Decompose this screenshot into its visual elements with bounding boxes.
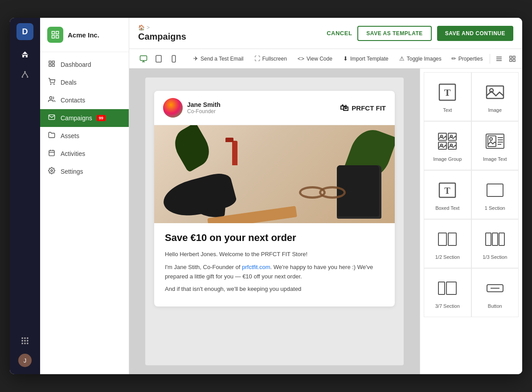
icon-nav-network[interactable] <box>16 66 33 83</box>
component-text[interactable]: T Text <box>424 72 471 121</box>
svg-rect-42 <box>513 56 516 58</box>
icon-nav-user-avatar[interactable]: J <box>16 352 33 369</box>
nav-label-dashboard: Dashboard <box>61 61 91 68</box>
properties-button[interactable]: ✏ Properties <box>447 49 487 69</box>
email-header-bar: Jane Smith Co-Founder 🛍 PRFCT FIT <box>154 91 395 125</box>
nav-item-dashboard[interactable]: Dashboard <box>40 56 129 74</box>
org-header[interactable]: Acme Inc. <box>40 18 129 52</box>
svg-rect-5 <box>22 338 23 339</box>
button-component-label: Button <box>488 303 502 309</box>
component-half-section[interactable]: 1/2 Section <box>424 219 471 268</box>
nav-label-settings: Settings <box>61 168 83 175</box>
svg-rect-26 <box>49 151 54 156</box>
svg-rect-20 <box>49 64 51 66</box>
svg-rect-72 <box>438 282 445 294</box>
component-third-section[interactable]: 1/3 Section <box>471 219 519 268</box>
svg-rect-12 <box>24 343 25 344</box>
svg-rect-31 <box>140 56 147 61</box>
lipstick-top <box>225 138 233 142</box>
email-para-2: I'm Jane Stith, Co-Founder of prfctfit.c… <box>165 263 384 282</box>
icon-nav-home[interactable] <box>16 46 33 63</box>
home-icon[interactable]: 🏠 <box>138 24 145 31</box>
component-image-group[interactable]: Image Group <box>424 121 471 170</box>
component-button[interactable]: Button <box>471 268 519 317</box>
boxed-text-component-label: Boxed Text <box>435 205 459 211</box>
desktop-view-button[interactable] <box>136 52 151 66</box>
nav-label-contacts: Contacts <box>61 97 85 104</box>
nav-item-settings[interactable]: Settings <box>40 163 129 180</box>
layout-buttons <box>493 53 519 65</box>
nav-label-campaigns: Campaigns <box>61 114 92 122</box>
send-test-button[interactable]: ✈ Send a Test Email <box>188 49 249 69</box>
icon-nav-grid[interactable] <box>16 332 33 349</box>
third-section-component-icon <box>483 228 507 251</box>
app-logo[interactable]: D <box>16 23 33 40</box>
nav-item-assets[interactable]: Assets <box>40 127 129 145</box>
email-sender: Jane Smith Co-Founder <box>163 98 221 118</box>
fullscreen-button[interactable]: ⛶ Fullscreen <box>249 49 292 69</box>
svg-point-22 <box>50 84 51 84</box>
image-component-icon <box>483 81 507 104</box>
nav-items: Dashboard Deals Contacts Campaigns 99 <box>40 52 129 374</box>
svg-point-24 <box>49 97 52 99</box>
view-code-button[interactable]: <> View Code <box>292 49 338 69</box>
svg-point-1 <box>22 76 23 78</box>
email-card: Jane Smith Co-Founder 🛍 PRFCT FIT <box>154 91 395 306</box>
nav-item-deals[interactable]: Deals <box>40 74 129 91</box>
toolbar-sep-right <box>490 54 490 64</box>
svg-rect-43 <box>510 59 512 61</box>
list-view-button[interactable] <box>493 53 505 65</box>
nav-item-activities[interactable]: Activities <box>40 145 129 163</box>
image-text-component-icon <box>483 130 507 153</box>
import-template-button[interactable]: ⬇ Import Template <box>338 49 394 69</box>
grid-view-button[interactable] <box>506 53 519 65</box>
svg-point-0 <box>24 71 25 73</box>
svg-rect-13 <box>27 343 28 344</box>
email-link[interactable]: prfctfit.com <box>242 264 270 270</box>
svg-rect-8 <box>22 340 23 341</box>
canvas-wrapper[interactable]: Jane Smith Co-Founder 🛍 PRFCT FIT <box>129 69 420 374</box>
toggle-images-button[interactable]: ⚠ Toggle Images <box>394 49 447 69</box>
svg-rect-21 <box>52 64 54 66</box>
glasses-decoration-2 <box>299 186 326 199</box>
svg-point-59 <box>490 138 492 140</box>
svg-text:T: T <box>444 87 451 98</box>
main-content: 🏠 > Campaigns CANCEL SAVE AS TEMPLATE SA… <box>129 18 522 374</box>
svg-rect-71 <box>499 233 504 245</box>
view-mode-buttons <box>136 52 181 66</box>
svg-point-23 <box>54 84 54 84</box>
sender-name: Jane Smith <box>187 101 221 108</box>
email-canvas: Jane Smith Co-Founder 🛍 PRFCT FIT <box>145 78 404 365</box>
nav-item-contacts[interactable]: Contacts <box>40 91 129 109</box>
component-3-7-section[interactable]: 3/7 Section <box>424 268 471 317</box>
one-section-component-icon <box>483 179 507 202</box>
org-name: Acme Inc. <box>68 31 99 39</box>
contacts-icon <box>47 96 56 105</box>
svg-rect-47 <box>487 86 503 98</box>
svg-rect-11 <box>22 343 23 344</box>
mobile-view-button[interactable] <box>167 52 181 66</box>
toggle-images-label: Toggle Images <box>407 56 442 62</box>
cancel-button[interactable]: CANCEL <box>327 30 352 37</box>
tablet-view-button[interactable] <box>151 52 166 66</box>
image-group-component-label: Image Group <box>433 156 462 162</box>
svg-rect-66 <box>487 184 503 196</box>
save-continue-button[interactable]: SAVE AND CONTINUE <box>437 26 513 41</box>
components-panel: T Text Image <box>420 69 522 374</box>
component-image[interactable]: Image <box>471 72 519 121</box>
component-1-section[interactable]: 1 Section <box>471 170 519 219</box>
component-image-text[interactable]: Image Text <box>471 121 519 170</box>
pen-icon: ✏ <box>451 55 456 62</box>
import-icon: ⬇ <box>343 55 348 62</box>
text-component-icon: T <box>436 81 459 104</box>
svg-rect-67 <box>438 233 446 245</box>
svg-text:T: T <box>445 186 451 196</box>
nav-label-activities: Activities <box>61 150 85 157</box>
component-boxed-text[interactable]: T Boxed Text <box>424 170 471 219</box>
half-section-component-label: 1/2 Section <box>435 254 460 260</box>
sender-avatar <box>163 98 183 118</box>
page-title: Campaigns <box>138 32 186 42</box>
nav-item-campaigns[interactable]: Campaigns 99 <box>40 109 129 127</box>
save-template-button[interactable]: SAVE AS TEMPLATE <box>357 26 431 41</box>
lipstick-decoration <box>232 141 237 165</box>
